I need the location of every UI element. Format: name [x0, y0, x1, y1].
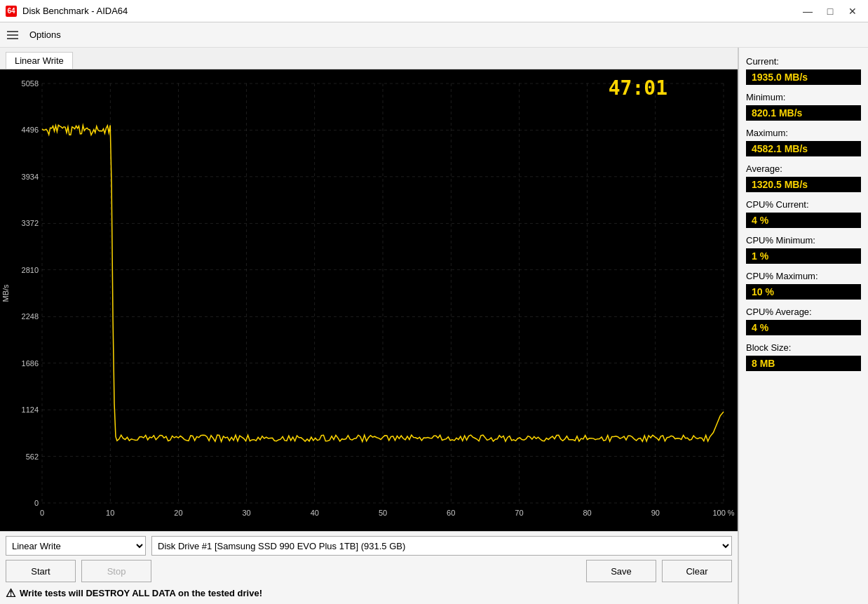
right-panel: Current: 1935.0 MB/s Minimum: 820.1 MB/s… — [738, 48, 868, 604]
cpu-average-value: 4 % — [746, 320, 861, 335]
start-button[interactable]: Start — [6, 560, 76, 582]
options-icon — [6, 28, 20, 42]
warning-icon: ⚠ — [6, 586, 15, 600]
options-menu[interactable]: Options — [22, 27, 68, 43]
bottom-controls: Linear Write Disk Drive #1 [Samsung SSD … — [0, 531, 738, 604]
cpu-maximum-value: 10 % — [746, 284, 861, 300]
current-value: 1935.0 MB/s — [746, 69, 861, 85]
warning-text: Write tests will DESTROY ALL DATA on the… — [20, 588, 262, 598]
title-bar: 64 Disk Benchmark - AIDA64 — □ ✕ — [0, 0, 868, 22]
block-size-value: 8 MB — [746, 356, 861, 371]
chart-container: 47:01 — [0, 69, 738, 531]
title-bar-left: 64 Disk Benchmark - AIDA64 — [6, 6, 128, 17]
benchmark-chart — [0, 69, 738, 531]
maximum-label: Maximum: — [746, 128, 861, 138]
cpu-current-label: CPU% Current: — [746, 199, 861, 210]
controls-row2: Start Stop Save Clear — [6, 560, 732, 582]
block-size-label: Block Size: — [746, 342, 861, 353]
cpu-maximum-label: CPU% Maximum: — [746, 271, 861, 281]
save-button[interactable]: Save — [586, 560, 656, 582]
maximum-value: 4582.1 MB/s — [746, 141, 861, 156]
svg-rect-2 — [7, 38, 18, 39]
app-icon: 64 — [6, 6, 17, 17]
cpu-minimum-label: CPU% Minimum: — [746, 235, 861, 246]
close-button[interactable]: ✕ — [843, 4, 862, 19]
linear-write-tab[interactable]: Linear Write — [6, 52, 73, 69]
tab-bar: Linear Write — [0, 48, 738, 69]
warning-row: ⚠ Write tests will DESTROY ALL DATA on t… — [6, 586, 732, 600]
minimum-label: Minimum: — [746, 92, 861, 102]
test-type-dropdown[interactable]: Linear Write — [6, 536, 146, 556]
title-bar-title: Disk Benchmark - AIDA64 — [22, 6, 128, 16]
maximize-button[interactable]: □ — [820, 4, 840, 19]
svg-rect-0 — [7, 31, 18, 32]
controls-row1: Linear Write Disk Drive #1 [Samsung SSD … — [6, 536, 732, 556]
svg-rect-1 — [7, 34, 18, 36]
stop-button[interactable]: Stop — [81, 560, 151, 582]
left-panel: Linear Write 47:01 Linear Write Disk Dri… — [0, 48, 738, 604]
cpu-minimum-value: 1 % — [746, 248, 861, 264]
cpu-current-value: 4 % — [746, 213, 861, 228]
disk-dropdown[interactable]: Disk Drive #1 [Samsung SSD 990 EVO Plus … — [151, 536, 732, 556]
chart-timer: 47:01 — [609, 76, 667, 100]
average-value: 1320.5 MB/s — [746, 177, 861, 192]
title-bar-controls: — □ ✕ — [798, 4, 862, 19]
clear-button[interactable]: Clear — [662, 560, 732, 582]
cpu-average-label: CPU% Average: — [746, 307, 861, 317]
main-layout: Linear Write 47:01 Linear Write Disk Dri… — [0, 48, 868, 604]
minimum-value: 820.1 MB/s — [746, 105, 861, 121]
menu-bar: Options — [0, 22, 868, 48]
average-label: Average: — [746, 163, 861, 174]
current-label: Current: — [746, 56, 861, 67]
minimize-button[interactable]: — — [798, 4, 818, 19]
